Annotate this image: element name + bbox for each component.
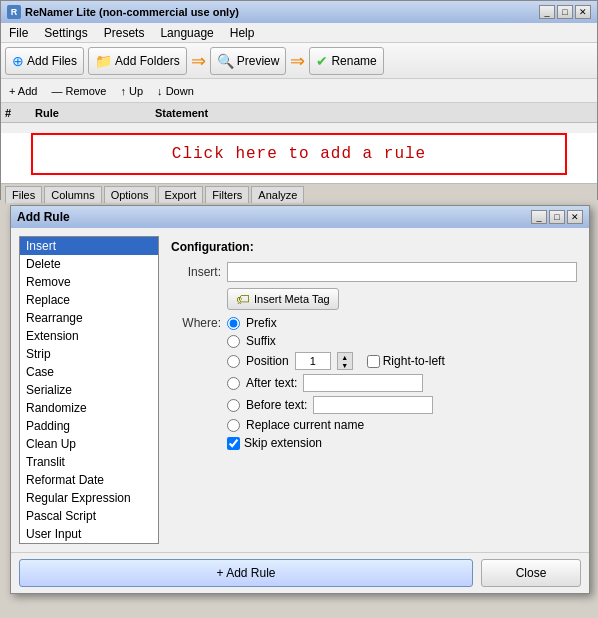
spin-up-button[interactable]: ▲	[338, 353, 352, 361]
tab-filters[interactable]: Filters	[205, 186, 249, 203]
rule-item-randomize[interactable]: Randomize	[20, 399, 158, 417]
tab-options[interactable]: Options	[104, 186, 156, 203]
dialog-close-footer-button[interactable]: Close	[481, 559, 581, 587]
maximize-button[interactable]: □	[557, 5, 573, 19]
rule-item-padding[interactable]: Padding	[20, 417, 158, 435]
dialog-footer: + Add Rule Close	[11, 552, 589, 593]
before-text-input[interactable]	[313, 396, 433, 414]
rename-label: Rename	[331, 54, 376, 68]
rule-item-case[interactable]: Case	[20, 363, 158, 381]
insert-input[interactable]	[227, 262, 577, 282]
rule-item-remove[interactable]: Remove	[20, 273, 158, 291]
insert-meta-tag-button[interactable]: 🏷 Insert Meta Tag	[227, 288, 339, 310]
before-text-label[interactable]: Before text:	[246, 398, 307, 412]
rtl-checkbox[interactable]	[367, 355, 380, 368]
menu-presets[interactable]: Presets	[100, 25, 149, 41]
minimize-button[interactable]: _	[539, 5, 555, 19]
position-spinner: ▲ ▼	[337, 352, 353, 370]
preview-label: Preview	[237, 54, 280, 68]
prefix-radio[interactable]	[227, 317, 240, 330]
rule-item-insert[interactable]: Insert	[20, 237, 158, 255]
add-rule-footer-button[interactable]: + Add Rule	[19, 559, 473, 587]
table-header: # Rule Statement	[1, 103, 597, 123]
suffix-label[interactable]: Suffix	[246, 334, 276, 348]
skip-extension-checkbox[interactable]	[227, 437, 240, 450]
rule-item-cleanup[interactable]: Clean Up	[20, 435, 158, 453]
click-here-text: Click here to add a rule	[172, 145, 426, 163]
col-statement: Statement	[155, 107, 593, 119]
close-button[interactable]: ✕	[575, 5, 591, 19]
rule-item-translit[interactable]: Translit	[20, 453, 158, 471]
rule-item-strip[interactable]: Strip	[20, 345, 158, 363]
before-text-row: Before text:	[171, 396, 577, 414]
where-section: Where: Prefix Suffix Position	[171, 316, 577, 450]
where-label: Where:	[171, 316, 221, 330]
rename-button[interactable]: ✔ Rename	[309, 47, 383, 75]
rule-item-rearrange[interactable]: Rearrange	[20, 309, 158, 327]
before-text-radio[interactable]	[227, 399, 240, 412]
replace-current-name-row: Replace current name	[171, 418, 577, 432]
rtl-label[interactable]: Right-to-left	[383, 354, 445, 368]
skip-extension-label[interactable]: Skip extension	[244, 436, 322, 450]
click-here-to-add-rule-prompt[interactable]: Click here to add a rule	[31, 133, 567, 175]
rename-icon: ✔	[316, 53, 328, 69]
replace-current-name-label[interactable]: Replace current name	[246, 418, 364, 432]
prefix-label[interactable]: Prefix	[246, 316, 277, 330]
add-folders-button[interactable]: 📁 Add Folders	[88, 47, 187, 75]
up-label: ↑ Up	[120, 85, 143, 97]
rule-item-serialize[interactable]: Serialize	[20, 381, 158, 399]
menu-file[interactable]: File	[5, 25, 32, 41]
bottom-tabs: Files Columns Options Export Filters Ana…	[1, 183, 597, 205]
arrow-icon-2: ⇒	[290, 50, 305, 72]
down-button[interactable]: ↓ Down	[153, 84, 198, 98]
remove-rule-label: — Remove	[51, 85, 106, 97]
dialog-maximize-button[interactable]: □	[549, 210, 565, 224]
dialog-minimize-button[interactable]: _	[531, 210, 547, 224]
position-label[interactable]: Position	[246, 354, 289, 368]
insert-label: Insert:	[171, 265, 221, 279]
rule-item-regular-expression[interactable]: Regular Expression	[20, 489, 158, 507]
tab-columns[interactable]: Columns	[44, 186, 101, 203]
col-hash: #	[5, 107, 35, 119]
meta-tag-label: Insert Meta Tag	[254, 293, 330, 305]
tab-export[interactable]: Export	[158, 186, 204, 203]
rule-item-extension[interactable]: Extension	[20, 327, 158, 345]
rule-item-replace[interactable]: Replace	[20, 291, 158, 309]
remove-rule-button[interactable]: — Remove	[47, 84, 110, 98]
menu-bar: File Settings Presets Language Help	[1, 23, 597, 43]
after-text-row: After text:	[171, 374, 577, 392]
add-rule-footer-label: + Add Rule	[216, 566, 275, 580]
arrow-icon-1: ⇒	[191, 50, 206, 72]
menu-settings[interactable]: Settings	[40, 25, 91, 41]
tab-analyze-label: Analyze	[258, 189, 297, 201]
rule-item-pascal-script[interactable]: Pascal Script	[20, 507, 158, 525]
after-text-radio[interactable]	[227, 377, 240, 390]
add-files-icon: ⊕	[12, 53, 24, 69]
rule-item-delete[interactable]: Delete	[20, 255, 158, 273]
tab-files[interactable]: Files	[5, 186, 42, 203]
rules-table-body[interactable]: Click here to add a rule	[1, 133, 597, 183]
preview-button[interactable]: 🔍 Preview	[210, 47, 287, 75]
rule-item-user-input[interactable]: User Input	[20, 525, 158, 543]
up-button[interactable]: ↑ Up	[116, 84, 147, 98]
add-rule-sub-button[interactable]: + Add	[5, 84, 41, 98]
replace-current-name-radio[interactable]	[227, 419, 240, 432]
preview-icon: 🔍	[217, 53, 234, 69]
menu-language[interactable]: Language	[156, 25, 217, 41]
suffix-radio[interactable]	[227, 335, 240, 348]
close-footer-label: Close	[516, 566, 547, 580]
after-text-label[interactable]: After text:	[246, 376, 297, 390]
after-text-input[interactable]	[303, 374, 423, 392]
dialog-close-button[interactable]: ✕	[567, 210, 583, 224]
position-radio[interactable]	[227, 355, 240, 368]
main-title-bar: R ReNamer Lite (non-commercial use only)…	[1, 1, 597, 23]
add-files-button[interactable]: ⊕ Add Files	[5, 47, 84, 75]
menu-help[interactable]: Help	[226, 25, 259, 41]
dialog-title-controls: _ □ ✕	[531, 210, 583, 224]
tab-analyze[interactable]: Analyze	[251, 186, 304, 203]
dialog-title-bar: Add Rule _ □ ✕	[11, 206, 589, 228]
spin-down-button[interactable]: ▼	[338, 361, 352, 369]
rule-item-reformat-date[interactable]: Reformat Date	[20, 471, 158, 489]
dialog-title: Add Rule	[17, 210, 70, 224]
position-value-input[interactable]	[295, 352, 331, 370]
